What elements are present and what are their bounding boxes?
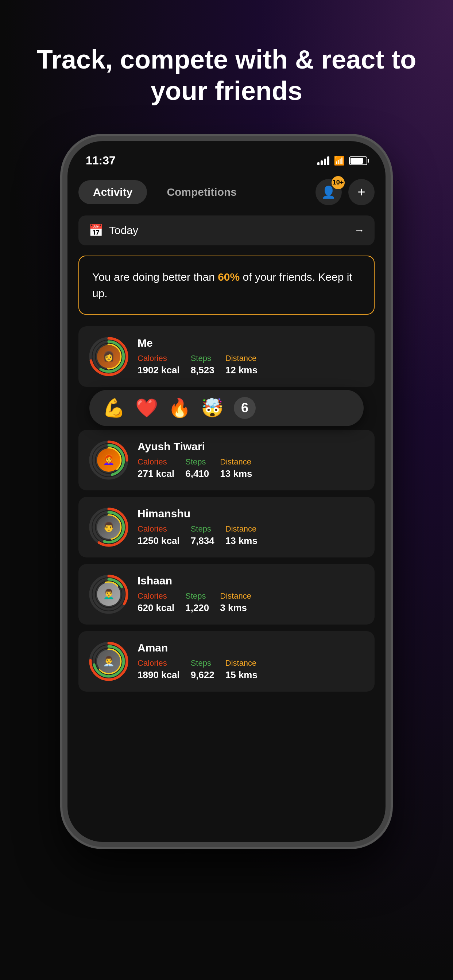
- user-name-me: Me: [137, 337, 364, 349]
- stats-row-me: Calories 1902 kcal Steps 8,523 Distance …: [137, 354, 364, 376]
- reaction-muscle[interactable]: 💪: [102, 398, 125, 418]
- steps-value-himanshu: 7,834: [191, 535, 214, 547]
- stat-distance-me: Distance 12 kms: [225, 354, 257, 376]
- stat-calories-aman: Calories 1890 kcal: [137, 659, 180, 681]
- user-name-himanshu: Himanshu: [137, 508, 364, 520]
- stat-distance-aman: Distance 15 kms: [225, 659, 257, 681]
- ring-me: 👩: [89, 337, 129, 377]
- stat-steps-himanshu: Steps 7,834: [191, 524, 214, 547]
- motivation-highlight: 60%: [218, 271, 239, 283]
- user-name-ishaan: Ishaan: [137, 574, 364, 587]
- user-name-ayush: Ayush Tiwari: [137, 441, 364, 453]
- hero-text: Track, compete with & react to your frie…: [0, 44, 453, 107]
- add-button[interactable]: +: [348, 179, 375, 205]
- motivation-text: You are doing better than 60% of your fr…: [92, 271, 353, 299]
- distance-value-ishaan: 3 kms: [220, 602, 251, 614]
- status-time: 11:37: [86, 154, 116, 167]
- ring-ayush: 👩‍🦰: [89, 440, 129, 480]
- user-info-ayush: Ayush Tiwari Calories 271 kcal Steps 6,4…: [137, 441, 364, 479]
- distance-value-ayush: 13 kms: [220, 468, 252, 479]
- calories-value-himanshu: 1250 kcal: [137, 535, 180, 547]
- steps-value-ishaan: 1,220: [185, 602, 209, 614]
- calories-value-aman: 1890 kcal: [137, 670, 180, 681]
- stat-distance-himanshu: Distance 13 kms: [225, 524, 257, 547]
- steps-label-me: Steps: [191, 354, 214, 363]
- calendar-icon: 📅: [89, 223, 103, 237]
- avatar-me: 👩: [97, 345, 120, 368]
- calories-value-ayush: 271 kcal: [137, 468, 174, 479]
- stat-calories-ayush: Calories 271 kcal: [137, 457, 174, 479]
- date-label: Today: [109, 224, 138, 237]
- status-bar: 11:37 📶: [67, 141, 386, 170]
- user-info-ishaan: Ishaan Calories 620 kcal Steps 1,220: [137, 574, 364, 614]
- distance-value-aman: 15 kms: [225, 670, 257, 681]
- date-left: 📅 Today: [89, 223, 138, 237]
- reaction-mind-blown[interactable]: 🤯: [201, 398, 223, 418]
- stat-distance-ayush: Distance 13 kms: [220, 457, 252, 479]
- phone-frame: 11:37 📶: [62, 136, 391, 847]
- user-info-me: Me Calories 1902 kcal Steps 8,523: [137, 337, 364, 376]
- stat-steps-me: Steps 8,523: [191, 354, 214, 376]
- stats-row-ishaan: Calories 620 kcal Steps 1,220 Distance 3…: [137, 591, 364, 614]
- ring-himanshu: 👨: [89, 507, 129, 547]
- activity-card-ishaan[interactable]: 👨‍🦱 Ishaan Calories 620 kcal Steps 1,220: [78, 564, 375, 625]
- reaction-count[interactable]: 6: [234, 397, 256, 419]
- distance-value-himanshu: 13 kms: [225, 535, 257, 547]
- distance-label-me: Distance: [225, 354, 257, 363]
- stat-steps-aman: Steps 9,622: [191, 659, 214, 681]
- add-friend-button[interactable]: 👤 10+: [316, 179, 342, 205]
- ring-aman: 👨‍💼: [89, 641, 129, 681]
- activity-card-ayush[interactable]: 👩‍🦰 Ayush Tiwari Calories 271 kcal Steps…: [78, 430, 375, 490]
- motivation-card: You are doing better than 60% of your fr…: [78, 256, 375, 315]
- avatar-ishaan: 👨‍🦱: [97, 582, 120, 606]
- reaction-popup: 💪 ❤️ 🔥 🤯 6: [89, 390, 364, 426]
- calories-label-me: Calories: [137, 354, 180, 363]
- avatar-ayush: 👩‍🦰: [97, 449, 120, 472]
- distance-label-ishaan: Distance: [220, 591, 251, 601]
- steps-value-aman: 9,622: [191, 670, 214, 681]
- steps-value-ayush: 6,410: [185, 468, 209, 479]
- distance-label-himanshu: Distance: [225, 524, 257, 534]
- stat-calories-me: Calories 1902 kcal: [137, 354, 180, 376]
- motivation-text-before: You are doing better than: [92, 271, 218, 283]
- date-selector[interactable]: 📅 Today →: [78, 215, 375, 245]
- calories-value-me: 1902 kcal: [137, 364, 180, 376]
- calories-value-ishaan: 620 kcal: [137, 602, 174, 614]
- ring-ishaan: 👨‍🦱: [89, 574, 129, 614]
- distance-value-me: 12 kms: [225, 364, 257, 376]
- status-icons: 📶: [317, 156, 367, 166]
- arrow-right-icon: →: [354, 224, 364, 236]
- user-info-himanshu: Himanshu Calories 1250 kcal Steps 7,834: [137, 508, 364, 547]
- calories-label-himanshu: Calories: [137, 524, 180, 534]
- user-name-aman: Aman: [137, 642, 364, 654]
- activity-card-me[interactable]: 👩 Me Calories 1902 kcal Steps 8,523: [78, 326, 375, 387]
- steps-label-aman: Steps: [191, 659, 214, 668]
- distance-label-ayush: Distance: [220, 457, 252, 467]
- avatar-aman: 👨‍💼: [97, 650, 120, 673]
- activity-card-himanshu[interactable]: 👨 Himanshu Calories 1250 kcal Steps 7,83…: [78, 497, 375, 557]
- avatar-himanshu: 👨: [97, 515, 120, 539]
- calories-label-ayush: Calories: [137, 457, 174, 467]
- stat-steps-ishaan: Steps 1,220: [185, 591, 209, 614]
- activity-card-aman[interactable]: 👨‍💼 Aman Calories 1890 kcal Steps 9,622: [78, 631, 375, 692]
- stats-row-aman: Calories 1890 kcal Steps 9,622 Distance …: [137, 659, 364, 681]
- app-content: Activity Competitions 👤 10+ + 📅: [67, 179, 386, 692]
- signal-icon: [317, 156, 329, 165]
- friend-badge: 10+: [332, 176, 345, 189]
- calories-label-aman: Calories: [137, 659, 180, 668]
- stat-distance-ishaan: Distance 3 kms: [220, 591, 251, 614]
- wifi-icon: 📶: [334, 156, 345, 166]
- stats-row-ayush: Calories 271 kcal Steps 6,410 Distance 1…: [137, 457, 364, 479]
- user-info-aman: Aman Calories 1890 kcal Steps 9,622: [137, 642, 364, 681]
- reaction-fire[interactable]: 🔥: [168, 398, 191, 418]
- stat-calories-ishaan: Calories 620 kcal: [137, 591, 174, 614]
- tab-activity[interactable]: Activity: [78, 180, 147, 204]
- steps-label-himanshu: Steps: [191, 524, 214, 534]
- tab-competitions[interactable]: Competitions: [152, 180, 251, 204]
- tab-actions: 👤 10+ +: [316, 179, 375, 205]
- stats-row-himanshu: Calories 1250 kcal Steps 7,834 Distance …: [137, 524, 364, 547]
- tab-buttons: Activity Competitions: [78, 180, 251, 204]
- steps-label-ishaan: Steps: [185, 591, 209, 601]
- reaction-heart[interactable]: ❤️: [135, 398, 158, 418]
- battery-icon: [349, 156, 367, 165]
